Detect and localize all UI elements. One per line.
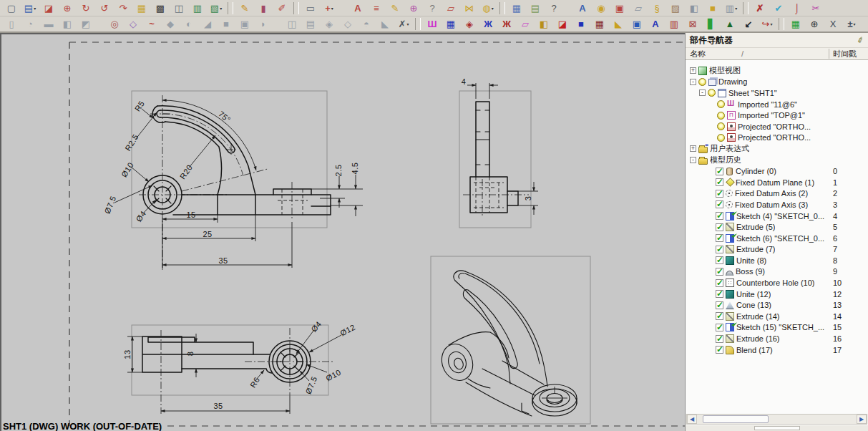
toolbar-button[interactable]: ▋	[702, 17, 721, 32]
tree-row[interactable]: Fixed Datum Plane (1) 1	[686, 177, 868, 188]
toolbar-button[interactable]: ◫	[283, 17, 301, 32]
toolbar-button[interactable]	[228, 2, 233, 14]
toolbar-button[interactable]: ?	[423, 1, 442, 15]
tree-row[interactable]: Imported "11@6"	[686, 99, 868, 110]
toolbar-button[interactable]: ⌡	[788, 1, 806, 15]
toolbar-button[interactable]: ↪▾	[758, 17, 776, 32]
tree-item-label[interactable]: Cone (13)	[736, 301, 771, 309]
toolbar-button[interactable]: ▥	[665, 17, 683, 32]
tree-row[interactable]: Sketch (15) "SKETCH_... 15	[686, 322, 868, 334]
column-name[interactable]: 名称	[686, 49, 706, 59]
toolbar-button[interactable]	[293, 2, 299, 14]
visibility-checkbox[interactable]	[716, 279, 723, 287]
toolbar-button[interactable]: ◧	[535, 17, 553, 32]
toolbar-button[interactable]: ▦	[507, 1, 526, 15]
tree-item-label[interactable]: Extrude (7)	[736, 245, 775, 253]
scroll-left-icon[interactable]: ◀	[687, 415, 697, 424]
visibility-checkbox[interactable]	[716, 234, 723, 242]
toolbar-button[interactable]	[499, 2, 505, 14]
sort-indicator-icon[interactable]: /	[741, 49, 743, 58]
tree-item-label[interactable]: Sketch (6) "SKETCH_0...	[736, 234, 824, 243]
toolbar-button[interactable]: ◐	[180, 17, 198, 32]
dropdown-caret-icon[interactable]: ▾	[770, 21, 772, 26]
toolbar-button[interactable]: ■	[572, 17, 590, 32]
dropdown-caret-icon[interactable]: ▾	[492, 6, 494, 11]
toolbar-button[interactable]: ✗▾	[394, 17, 413, 32]
tree-row[interactable]: Extrude (14) 14	[686, 311, 868, 322]
toolbar-button[interactable]: ◪	[553, 17, 572, 32]
toolbar-button[interactable]: ⋈	[460, 1, 479, 15]
toolbar-button[interactable]: A	[646, 17, 665, 32]
toolbar-button[interactable]: §	[648, 1, 666, 15]
tree-item-label[interactable]: Projected "ORTHO...	[738, 122, 811, 131]
visibility-checkbox[interactable]	[716, 246, 723, 253]
toolbar-button[interactable]: ◇	[124, 17, 142, 32]
toolbar-button[interactable]: ↙	[739, 17, 758, 32]
tree-row[interactable]: Boss (9) 9	[686, 266, 868, 278]
expander-toggle[interactable]: -	[690, 157, 696, 163]
splitter-grip[interactable]	[754, 426, 800, 430]
tree-item-label[interactable]: Sketch (4) "SKETCH_0...	[736, 212, 824, 221]
visibility-checkbox[interactable]	[716, 168, 723, 175]
toolbar-button[interactable]: ◣	[609, 17, 628, 32]
toolbar-button[interactable]: ✗	[751, 1, 769, 15]
toolbar-button[interactable]: ◧	[58, 17, 77, 32]
toolbar-button[interactable]	[338, 1, 348, 15]
toolbar-button[interactable]: ≡	[367, 1, 386, 15]
column-divider[interactable]	[829, 49, 829, 59]
visibility-checkbox[interactable]	[716, 256, 723, 264]
toolbar-button[interactable]: ◩	[77, 17, 95, 32]
tree-item-label[interactable]: 模型视图	[709, 65, 741, 76]
toolbar-button[interactable]: ▤▾	[21, 1, 39, 15]
expander-toggle[interactable]: -	[699, 89, 706, 96]
tree-row[interactable]: Unite (12) 12	[686, 289, 868, 300]
tree-row[interactable]: + 用户表达式	[686, 143, 868, 155]
toolbar-button[interactable]: ▬	[39, 17, 58, 32]
toolbar-button[interactable]: ◗	[254, 17, 273, 32]
dropdown-caret-icon[interactable]: ▾	[406, 21, 409, 26]
toolbar-button[interactable]: ▯	[2, 17, 21, 32]
toolbar-button[interactable]: ▱	[516, 17, 535, 32]
tree-item-label[interactable]: Unite (12)	[736, 290, 771, 299]
toolbar-button[interactable]: ◫	[170, 1, 188, 15]
tree-row[interactable]: Cylinder (0) 0	[686, 165, 868, 177]
tree-row[interactable]: - Sheet "SHT1"	[686, 87, 868, 99]
visibility-checkbox[interactable]	[716, 324, 723, 331]
toolbar-button[interactable]: ◆	[161, 17, 180, 32]
toolbar-button[interactable]: ◧	[685, 1, 703, 15]
tree-item-label[interactable]: Fixed Datum Axis (2)	[735, 189, 808, 198]
tree-item-label[interactable]: 模型历史	[710, 155, 741, 165]
toolbar-button[interactable]: ▣	[235, 17, 254, 32]
graphics-viewport[interactable]: R5 R2.5 Ø10 Ø7.5 Ø4 R20 75° 2.5 4.5 15 2…	[0, 33, 685, 431]
toolbar-button[interactable]: ▤	[301, 17, 320, 32]
toolbar-button[interactable]: ↺	[95, 1, 114, 15]
toolbar-button[interactable]: ⊕	[58, 1, 77, 15]
toolbar-button[interactable]: ■	[703, 1, 722, 15]
dropdown-caret-icon[interactable]: ▾	[854, 21, 856, 26]
toolbar-button[interactable]: ◓	[357, 17, 376, 32]
toolbar-button[interactable]: ▭	[301, 1, 320, 15]
tree-row[interactable]: Projected "ORTHO...	[686, 121, 868, 132]
expander-toggle[interactable]: +	[690, 145, 696, 152]
toolbar-button[interactable]: ◢	[198, 17, 217, 32]
toolbar-button[interactable]: ◔	[21, 17, 39, 32]
toolbar-button[interactable]: +▾	[320, 1, 338, 15]
toolbar-button[interactable]: ~	[142, 17, 161, 32]
toolbar-button[interactable]: ⊠	[683, 17, 702, 32]
toolbar-button[interactable]: ◈	[320, 17, 338, 32]
toolbar-button[interactable]: ▥	[188, 1, 207, 15]
tree-item-label[interactable]: Counterbore Hole (10)	[736, 279, 814, 287]
tree-row[interactable]: Blend (17) 17	[686, 344, 868, 356]
tree-item-label[interactable]: Fixed Datum Axis (3)	[735, 200, 808, 209]
tree-item-label[interactable]: Unite (8)	[736, 256, 766, 265]
toolbar-button[interactable]: ↷	[114, 1, 132, 15]
toolbar-button[interactable]: ◍▾	[479, 1, 497, 15]
toolbar-button[interactable]	[743, 2, 748, 14]
toolbar-button[interactable]: Ж	[497, 17, 516, 32]
tree-item-label[interactable]: Extrude (14)	[736, 312, 780, 321]
toolbar-button[interactable]: ▲	[721, 17, 739, 32]
tree-item-label[interactable]: Extrude (5)	[736, 223, 775, 231]
tree-row[interactable]: Extrude (16) 16	[686, 333, 868, 344]
toolbar-button[interactable]: ▨	[666, 1, 685, 15]
pin-icon[interactable]: ✐	[856, 34, 865, 45]
